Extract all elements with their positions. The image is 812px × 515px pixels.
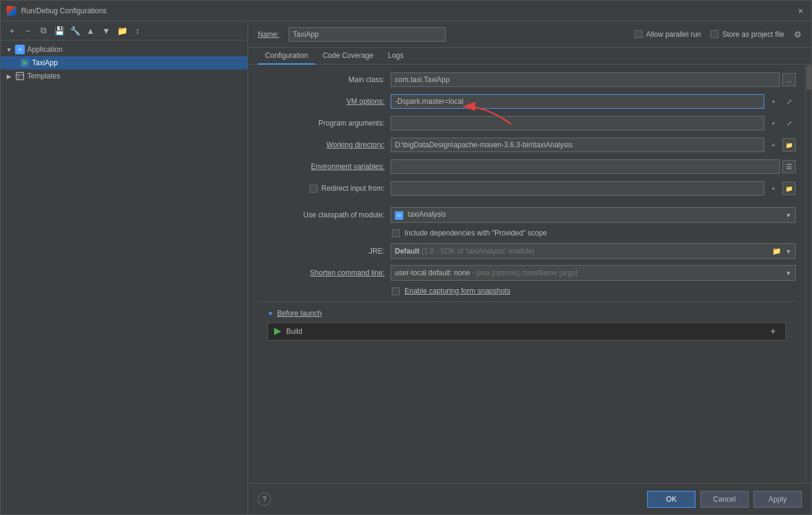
chevron-right-icon: ▶ <box>5 72 13 80</box>
move-down-button[interactable]: ▼ <box>100 24 113 37</box>
before-launch-title: Before launch <box>277 309 322 318</box>
before-launch-add-button[interactable]: + <box>766 326 781 337</box>
cancel-button[interactable]: Cancel <box>700 491 749 508</box>
ok-button[interactable]: OK <box>647 491 695 508</box>
tree-item-templates[interactable]: ▶ Templates <box>1 69 248 83</box>
shorten-cmd-dropdown[interactable]: user-local default: none - java [options… <box>391 265 796 281</box>
before-launch-section: ▼ Before launch <box>258 301 796 341</box>
name-label: Name: <box>258 30 279 39</box>
module-value: taxiAnalysis <box>408 210 446 219</box>
program-args-input[interactable] <box>391 116 764 130</box>
tree-item-taxiapp[interactable]: TaxiApp <box>1 56 248 69</box>
main-class-row: Main class: ... <box>258 72 796 88</box>
name-input[interactable] <box>289 27 446 42</box>
env-vars-edit-button[interactable]: ☰ <box>782 160 796 173</box>
add-config-button[interactable]: + <box>5 24 19 37</box>
working-dir-add-button[interactable]: + <box>767 138 780 152</box>
templates-icon <box>15 71 25 81</box>
shorten-cmd-label: Shorten command line: <box>258 269 391 277</box>
before-launch-list: Build + <box>267 322 786 341</box>
classpath-row: Use classpath of module: m taxiAnalysis … <box>258 207 796 223</box>
application-label: Application <box>27 45 63 54</box>
help-button[interactable]: ? <box>258 493 271 506</box>
working-dir-browse-button[interactable]: 📁 <box>782 138 796 152</box>
tab-logs[interactable]: Logs <box>380 48 411 65</box>
bottom-bar: ? OK Cancel Apply <box>248 483 811 514</box>
sidebar-tree: ▼ A Application TaxiApp ▶ <box>1 40 248 514</box>
vm-options-fullscreen-button[interactable]: ⤢ <box>782 95 796 108</box>
folder-button[interactable]: 📁 <box>115 24 129 37</box>
right-scrollbar[interactable] <box>805 65 811 483</box>
apply-button[interactable]: Apply <box>753 491 802 508</box>
working-dir-label: Working directory: <box>258 141 391 149</box>
move-up-button[interactable]: ▲ <box>84 24 97 37</box>
main-content: + − ⧉ 💾 🔧 ▲ ▼ 📁 ↕ ▼ A Application <box>1 21 811 514</box>
main-class-label: Main class: <box>258 75 391 84</box>
vm-options-input[interactable] <box>391 94 764 109</box>
working-dir-control: + 📁 <box>391 138 796 152</box>
tab-code-coverage[interactable]: Code Coverage <box>315 48 380 65</box>
env-vars-label: Environment variables: <box>258 162 391 171</box>
wrench-button[interactable]: 🔧 <box>68 24 82 37</box>
jre-browse-icon: 📁 <box>772 247 781 255</box>
save-config-button[interactable]: 💾 <box>53 24 66 37</box>
classpath-label: Use classpath of module: <box>258 211 391 219</box>
title-bar-left: Run/Debug Configurations <box>7 6 106 16</box>
main-class-control: ... <box>391 72 796 87</box>
svg-marker-6 <box>274 328 281 335</box>
copy-config-button[interactable]: ⧉ <box>37 24 50 37</box>
redirect-input-input[interactable] <box>391 181 764 196</box>
templates-label: Templates <box>27 72 60 80</box>
parallel-run-check: Allow parallel run <box>635 30 701 39</box>
shorten-cmd-detail: - java [options] className [args] <box>472 269 577 277</box>
shorten-cmd-arrow: ▼ <box>785 270 791 277</box>
before-launch-header: ▼ Before launch <box>258 307 796 320</box>
tabs-bar: Configuration Code Coverage Logs <box>248 48 811 65</box>
module-dropdown[interactable]: m taxiAnalysis ▼ <box>391 207 796 223</box>
redirect-input-checkbox[interactable] <box>310 185 318 193</box>
redirect-input-check-group: Redirect input from: <box>258 184 391 193</box>
application-icon: A <box>15 45 25 54</box>
parallel-run-checkbox[interactable] <box>635 30 642 38</box>
program-args-expand-button[interactable]: + <box>767 117 780 130</box>
include-deps-row: Include dependencies with "Provided" sco… <box>258 229 796 237</box>
redirect-browse-button[interactable]: 📁 <box>782 182 796 195</box>
gear-button[interactable]: ⚙ <box>794 30 802 39</box>
tab-configuration[interactable]: Configuration <box>258 48 315 65</box>
module-icon: m <box>395 211 403 220</box>
right-panel: Name: Allow parallel run Store as projec… <box>248 21 811 514</box>
env-vars-control: ☰ <box>391 159 796 174</box>
main-class-browse-button[interactable]: ... <box>782 73 796 86</box>
run-config-icon <box>20 58 30 68</box>
config-wrapper: Main class: ... VM options: + <box>248 65 805 483</box>
store-project-checkbox[interactable] <box>711 30 718 38</box>
close-button[interactable]: × <box>796 6 805 16</box>
shorten-cmd-value: user-local default: none <box>395 269 470 277</box>
svg-rect-2 <box>16 72 24 80</box>
sidebar: + − ⧉ 💾 🔧 ▲ ▼ 📁 ↕ ▼ A Application <box>1 21 248 514</box>
scroll-thumb <box>807 66 811 90</box>
taxiapp-label: TaxiApp <box>32 59 58 67</box>
main-class-input[interactable] <box>391 72 780 87</box>
sort-button[interactable]: ↕ <box>131 24 144 37</box>
program-args-fullscreen-button[interactable]: ⤢ <box>782 117 796 130</box>
tree-item-application[interactable]: ▼ A Application <box>1 43 248 56</box>
remove-config-button[interactable]: − <box>21 24 34 37</box>
redirect-add-button[interactable]: + <box>767 182 780 195</box>
before-launch-chevron[interactable]: ▼ <box>267 310 273 317</box>
shorten-cmd-control: user-local default: none - java [options… <box>391 265 796 281</box>
jre-row: JRE: Default (1.8 - SDK of 'taxiAnalysis… <box>258 243 796 259</box>
include-deps-label: Include dependencies with "Provided" sco… <box>404 229 547 237</box>
jre-dropdown[interactable]: Default (1.8 - SDK of 'taxiAnalysis' mod… <box>391 243 796 259</box>
working-dir-input[interactable] <box>391 138 764 152</box>
include-deps-checkbox[interactable] <box>392 229 400 237</box>
env-vars-input[interactable] <box>391 159 780 174</box>
jre-dropdown-arrow: ▼ <box>785 248 791 255</box>
parallel-run-label: Allow parallel run <box>646 30 701 39</box>
enable-snapshots-checkbox[interactable] <box>392 287 400 295</box>
top-bar: Name: Allow parallel run Store as projec… <box>248 21 811 48</box>
vm-options-expand-button[interactable]: + <box>767 95 780 108</box>
program-args-label: Program arguments: <box>258 119 391 127</box>
config-panel: Main class: ... VM options: + <box>248 65 805 483</box>
jre-label: JRE: <box>258 247 391 255</box>
